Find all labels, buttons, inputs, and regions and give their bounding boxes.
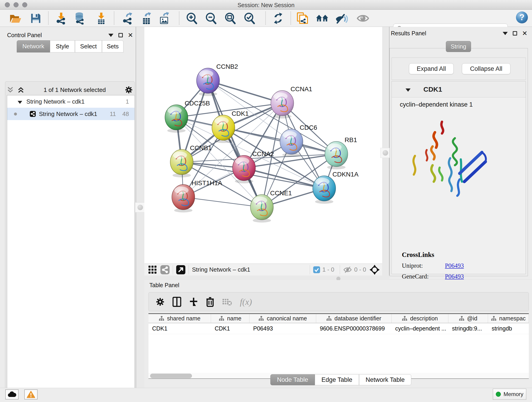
table-cell[interactable]: 9606.ENSP00000378699 bbox=[316, 323, 392, 334]
apply-layout-button[interactable] bbox=[272, 12, 285, 25]
column-header-name[interactable]: name bbox=[211, 314, 249, 323]
refresh-icon bbox=[272, 12, 284, 25]
protein-description: cyclin–dependent kinase 1 bbox=[400, 101, 473, 108]
import-database-icon bbox=[73, 12, 86, 25]
tab-network[interactable]: Network bbox=[17, 40, 50, 52]
zoom-out-button[interactable] bbox=[204, 12, 217, 25]
import-table-file-button[interactable] bbox=[95, 12, 108, 25]
column-type-icon bbox=[219, 316, 224, 321]
node-label-CCNB1: CCNB1 bbox=[190, 144, 212, 152]
network-options-gear-icon[interactable] bbox=[125, 86, 133, 94]
table-options-gear-icon[interactable] bbox=[156, 297, 165, 306]
network-node-CDKN1A[interactable]: CDKN1A bbox=[313, 171, 359, 204]
export-image-button[interactable] bbox=[158, 12, 171, 25]
network-node-HIST1H1A[interactable]: HIST1H1A bbox=[172, 179, 222, 212]
tab-edge-table[interactable]: Edge Table bbox=[315, 374, 359, 385]
hide-unhide-button[interactable] bbox=[335, 12, 348, 25]
fit-center-crosshair-icon[interactable] bbox=[369, 264, 380, 275]
column-header-shared-name[interactable]: shared name bbox=[148, 314, 211, 323]
collection-expand-arrow[interactable] bbox=[18, 101, 22, 104]
table-cell[interactable]: stringdb bbox=[488, 323, 529, 334]
help-button[interactable]: ? bbox=[515, 11, 528, 24]
zoom-selected-icon bbox=[243, 12, 255, 25]
table-cell[interactable]: cyclin–dependent ... bbox=[392, 323, 448, 334]
vertical-splitter-right[interactable] bbox=[382, 27, 389, 275]
node-label-CDC25B: CDC25B bbox=[185, 100, 210, 107]
genecard-link[interactable]: P06493 bbox=[445, 273, 464, 280]
table-cell[interactable]: CDK1 bbox=[211, 323, 249, 334]
show-all-button[interactable] bbox=[356, 12, 369, 25]
tab-network-table[interactable]: Network Table bbox=[359, 374, 412, 385]
network-collection-row[interactable]: String Network – cdk1 1 bbox=[7, 95, 134, 108]
network-node-CCNB2[interactable]: CCNB2 bbox=[196, 63, 238, 96]
expand-all-icon[interactable] bbox=[17, 86, 25, 94]
cloud-status-button[interactable] bbox=[5, 389, 19, 400]
control-panel-title: Control Panel bbox=[7, 32, 42, 38]
add-column-icon[interactable] bbox=[189, 297, 198, 306]
table-cell[interactable]: P06493 bbox=[249, 323, 316, 334]
import-network-file-button[interactable] bbox=[55, 12, 67, 25]
column-header-canonical-name[interactable]: canonical name bbox=[249, 314, 316, 323]
column-header-namespac[interactable]: namespac bbox=[488, 314, 529, 323]
scrollbar-thumb[interactable] bbox=[150, 374, 192, 378]
export-network-button[interactable] bbox=[121, 12, 134, 25]
export-table-button[interactable] bbox=[140, 12, 153, 25]
network-edge-count: 48 bbox=[122, 110, 129, 118]
panel-menu-arrow[interactable] bbox=[503, 32, 508, 35]
section-collapse-arrow[interactable] bbox=[405, 89, 411, 92]
panel-close-button[interactable]: ✕ bbox=[128, 33, 133, 37]
tab-style[interactable]: Style bbox=[50, 40, 75, 52]
import-network-database-button[interactable] bbox=[73, 12, 86, 25]
panel-float-button[interactable] bbox=[513, 31, 517, 36]
grid-view-icon[interactable] bbox=[148, 265, 157, 274]
network-node-CDC25B[interactable]: CDC25B bbox=[165, 100, 210, 133]
tab-select[interactable]: Select bbox=[75, 40, 102, 52]
panel-close-button[interactable]: ✕ bbox=[522, 31, 527, 36]
svg-text:?: ? bbox=[519, 13, 525, 22]
network-edge-CCNE1-HIST1H1A[interactable] bbox=[183, 197, 262, 207]
warning-status-button[interactable] bbox=[24, 389, 38, 400]
vertical-splitter-left[interactable] bbox=[136, 27, 144, 388]
home-networks-button[interactable] bbox=[316, 12, 329, 25]
uniprot-link[interactable]: P06493 bbox=[445, 262, 464, 269]
table-cell[interactable]: CDK1 bbox=[148, 323, 211, 334]
expand-all-button[interactable]: Expand All bbox=[409, 63, 454, 74]
column-type-icon bbox=[259, 316, 264, 321]
table-cell[interactable]: stringdb:9... bbox=[448, 323, 488, 334]
network-canvas[interactable]: CCNB2CCNA1CDC25BCDK1CDC6RB1CCNB1CCNA2CDK… bbox=[144, 27, 382, 264]
tab-sets[interactable]: Sets bbox=[102, 40, 123, 52]
hidden-eye-icon[interactable] bbox=[343, 266, 352, 273]
show-network-files-button[interactable] bbox=[296, 12, 309, 25]
splitter-handle[interactable] bbox=[380, 148, 390, 158]
zoom-selected-button[interactable] bbox=[243, 12, 256, 25]
selected-checkbox-icon[interactable] bbox=[313, 266, 320, 273]
save-icon bbox=[30, 13, 41, 24]
application-window: Session: New Session bbox=[0, 0, 532, 402]
panel-float-button[interactable] bbox=[119, 33, 123, 37]
tab-node-table[interactable]: Node Table bbox=[270, 374, 315, 385]
cdk1-section-header[interactable]: CDK1 bbox=[392, 81, 526, 97]
table-row[interactable]: CDK1CDK1P064939606.ENSP00000378699cyclin… bbox=[148, 323, 529, 334]
open-session-button[interactable] bbox=[9, 12, 22, 25]
tab-string[interactable]: String bbox=[446, 41, 471, 52]
network-view-share-icon[interactable] bbox=[160, 265, 170, 274]
network-node-RB1[interactable]: RB1 bbox=[325, 136, 357, 169]
zoom-fit-icon bbox=[224, 12, 236, 25]
collapse-all-icon[interactable] bbox=[7, 86, 14, 94]
delete-column-icon[interactable] bbox=[206, 297, 214, 307]
zoom-in-button[interactable] bbox=[185, 12, 198, 25]
birdseye-view-icon[interactable] bbox=[176, 265, 185, 274]
panel-menu-arrow[interactable] bbox=[108, 34, 114, 37]
zoom-fit-button[interactable] bbox=[224, 12, 236, 25]
column-header--id[interactable]: @id bbox=[448, 314, 488, 323]
show-columns-icon[interactable] bbox=[172, 297, 181, 307]
splitter-handle[interactable] bbox=[135, 202, 145, 212]
network-node-CCNA1[interactable]: CCNA1 bbox=[271, 85, 312, 119]
network-row[interactable]: String Network – cdk1 11 48 bbox=[7, 108, 134, 120]
memory-button[interactable]: Memory bbox=[493, 389, 526, 400]
column-header-database-identifier[interactable]: database identifier bbox=[316, 314, 392, 323]
save-session-button[interactable] bbox=[29, 12, 42, 25]
protein-structure-image bbox=[404, 111, 496, 203]
collapse-all-button[interactable]: Collapse All bbox=[462, 63, 510, 74]
column-header-description[interactable]: description bbox=[392, 314, 448, 323]
